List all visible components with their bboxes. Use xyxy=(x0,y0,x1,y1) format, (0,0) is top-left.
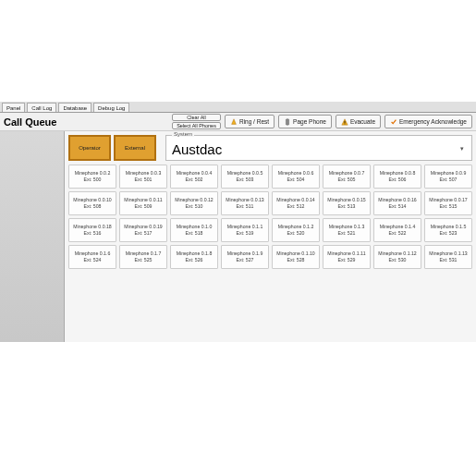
phone-name: Minephone 0.1.9 xyxy=(227,250,263,257)
phone-name: Minephone 0.1.11 xyxy=(327,250,366,257)
phone-cell[interactable]: Minephone 0.1.9Ext: 527 xyxy=(221,245,269,269)
phone-ext: Ext: 519 xyxy=(236,230,253,237)
chevron-down-icon: ▾ xyxy=(460,145,466,153)
phone-cell[interactable]: Minephone 0.1.5Ext: 523 xyxy=(424,218,472,242)
phone-cell[interactable]: Minephone 0.0.16Ext: 514 xyxy=(373,191,421,215)
call-queue-sidebar xyxy=(0,131,65,342)
phone-name: Minephone 0.1.0 xyxy=(177,224,213,230)
phone-name: Minephone 0.1.3 xyxy=(329,224,365,230)
phone-cell[interactable]: Minephone 0.1.13Ext: 531 xyxy=(424,245,472,269)
tab-panel[interactable]: Panel xyxy=(2,103,25,112)
svg-rect-0 xyxy=(286,118,288,124)
phone-name: Minephone 0.0.5 xyxy=(227,170,263,177)
phone-ext: Ext: 531 xyxy=(439,257,457,263)
phone-ext: Ext: 524 xyxy=(83,257,101,263)
page-phone-button[interactable]: Page Phone xyxy=(278,115,332,128)
clear-all-button[interactable]: Clear All xyxy=(172,114,221,121)
phone-ext: Ext: 516 xyxy=(83,230,101,237)
page-title: Call Queue xyxy=(4,116,78,128)
operator-button[interactable]: Operator xyxy=(68,135,111,161)
phone-cell[interactable]: Minephone 0.0.9Ext: 507 xyxy=(424,165,472,189)
tab-database[interactable]: Database xyxy=(58,103,92,112)
phone-ext: Ext: 515 xyxy=(439,203,457,210)
phone-name: Minephone 0.0.8 xyxy=(380,170,416,177)
phone-cell[interactable]: Minephone 0.0.3Ext: 501 xyxy=(119,165,167,189)
phone-ext: Ext: 530 xyxy=(388,257,406,263)
system-value: Austdac xyxy=(172,141,222,157)
phone-ext: Ext: 502 xyxy=(185,177,202,183)
phone-cell[interactable]: Minephone 0.0.12Ext: 510 xyxy=(170,191,218,215)
phone-cell[interactable]: Minephone 0.0.15Ext: 513 xyxy=(323,191,371,215)
phone-name: Minephone 0.0.6 xyxy=(278,170,314,177)
phone-name: Minephone 0.0.17 xyxy=(429,197,468,203)
phone-name: Minephone 0.0.3 xyxy=(126,170,162,177)
page-phone-label: Page Phone xyxy=(293,118,326,125)
phone-ext: Ext: 526 xyxy=(185,257,202,263)
warning-icon xyxy=(341,118,348,126)
tab-bar: Panel Call Log Database Debug Log xyxy=(0,102,476,113)
phone-cell[interactable]: Minephone 0.1.2Ext: 520 xyxy=(272,218,320,242)
phone-cell[interactable]: Minephone 0.1.1Ext: 519 xyxy=(221,218,269,242)
content: Operator External System Austdac ▾ Minep… xyxy=(0,131,476,342)
phone-cell[interactable]: Minephone 0.0.13Ext: 511 xyxy=(221,191,269,215)
ring-reset-button[interactable]: Ring / Rest xyxy=(225,115,275,128)
phone-ext: Ext: 501 xyxy=(134,177,152,183)
phone-cell[interactable]: Minephone 0.1.0Ext: 518 xyxy=(170,218,218,242)
phone-ext: Ext: 500 xyxy=(83,177,101,183)
phone-cell[interactable]: Minephone 0.0.14Ext: 512 xyxy=(272,191,320,215)
phone-name: Minephone 0.0.10 xyxy=(73,197,112,203)
system-group: System Austdac ▾ xyxy=(165,135,472,161)
phone-ext: Ext: 522 xyxy=(388,230,406,237)
phone-ext: Ext: 527 xyxy=(236,257,253,263)
phone-panel: Operator External System Austdac ▾ Minep… xyxy=(65,131,476,342)
phone-ext: Ext: 517 xyxy=(134,230,152,237)
phone-cell[interactable]: Minephone 0.1.4Ext: 522 xyxy=(373,218,421,242)
phone-cell[interactable]: Minephone 0.0.5Ext: 503 xyxy=(221,165,269,189)
phone-cell[interactable]: Minephone 0.0.6Ext: 504 xyxy=(272,165,320,189)
phone-cell[interactable]: Minephone 0.1.8Ext: 526 xyxy=(170,245,218,269)
phone-ext: Ext: 503 xyxy=(236,177,253,183)
phone-cell[interactable]: Minephone 0.0.18Ext: 516 xyxy=(68,218,116,242)
select-all-button[interactable]: Select All Phones xyxy=(172,122,221,129)
phone-ext: Ext: 528 xyxy=(287,257,304,263)
main: Call Queue Clear All Select All Phones R… xyxy=(0,113,476,342)
phone-cell[interactable]: Minephone 0.0.2Ext: 500 xyxy=(68,165,116,189)
phone-ext: Ext: 520 xyxy=(287,230,304,237)
evacuate-button[interactable]: Evacuate xyxy=(336,115,381,128)
emergency-ack-button[interactable]: Emergency Acknowledge xyxy=(384,115,472,128)
tab-debug-log[interactable]: Debug Log xyxy=(93,103,129,112)
phone-name: Minephone 0.1.12 xyxy=(378,250,417,257)
phone-ext: Ext: 511 xyxy=(236,203,253,210)
phone-ext: Ext: 523 xyxy=(439,230,457,237)
phone-ext: Ext: 529 xyxy=(337,257,355,263)
emergency-ack-label: Emergency Acknowledge xyxy=(399,118,467,125)
svg-rect-2 xyxy=(344,123,345,124)
phone-name: Minephone 0.0.12 xyxy=(175,197,214,203)
phone-cell[interactable]: Minephone 0.0.7Ext: 505 xyxy=(323,165,371,189)
phone-name: Minephone 0.0.18 xyxy=(73,224,112,230)
phone-cell[interactable]: Minephone 0.1.6Ext: 524 xyxy=(68,245,116,269)
phone-cell[interactable]: Minephone 0.1.10Ext: 528 xyxy=(272,245,320,269)
phone-cell[interactable]: Minephone 0.0.10Ext: 508 xyxy=(68,191,116,215)
tab-call-log[interactable]: Call Log xyxy=(27,103,56,112)
phone-cell[interactable]: Minephone 0.0.8Ext: 506 xyxy=(373,165,421,189)
phone-name: Minephone 0.0.13 xyxy=(226,197,264,203)
phone-ext: Ext: 508 xyxy=(83,203,101,210)
phone-cell[interactable]: Minephone 0.0.4Ext: 502 xyxy=(170,165,218,189)
external-button[interactable]: External xyxy=(114,135,156,161)
phone-name: Minephone 0.1.8 xyxy=(177,250,213,257)
phone-name: Minephone 0.1.7 xyxy=(126,250,162,257)
phone-cell[interactable]: Minephone 0.1.11Ext: 529 xyxy=(323,245,371,269)
app-window: Panel Call Log Database Debug Log Call Q… xyxy=(0,102,476,342)
phone-cell[interactable]: Minephone 0.1.7Ext: 525 xyxy=(119,245,167,269)
phone-ext: Ext: 512 xyxy=(287,203,304,210)
phone-cell[interactable]: Minephone 0.1.3Ext: 521 xyxy=(323,218,371,242)
phone-cell[interactable]: Minephone 0.0.11Ext: 509 xyxy=(119,191,167,215)
evacuate-label: Evacuate xyxy=(350,118,375,125)
phone-name: Minephone 0.1.6 xyxy=(75,250,111,257)
phone-cell[interactable]: Minephone 0.0.17Ext: 515 xyxy=(424,191,472,215)
phone-cell[interactable]: Minephone 0.1.12Ext: 530 xyxy=(373,245,421,269)
phone-ext: Ext: 521 xyxy=(337,230,355,237)
system-select[interactable]: Austdac ▾ xyxy=(172,141,466,157)
phone-cell[interactable]: Minephone 0.0.19Ext: 517 xyxy=(119,218,167,242)
